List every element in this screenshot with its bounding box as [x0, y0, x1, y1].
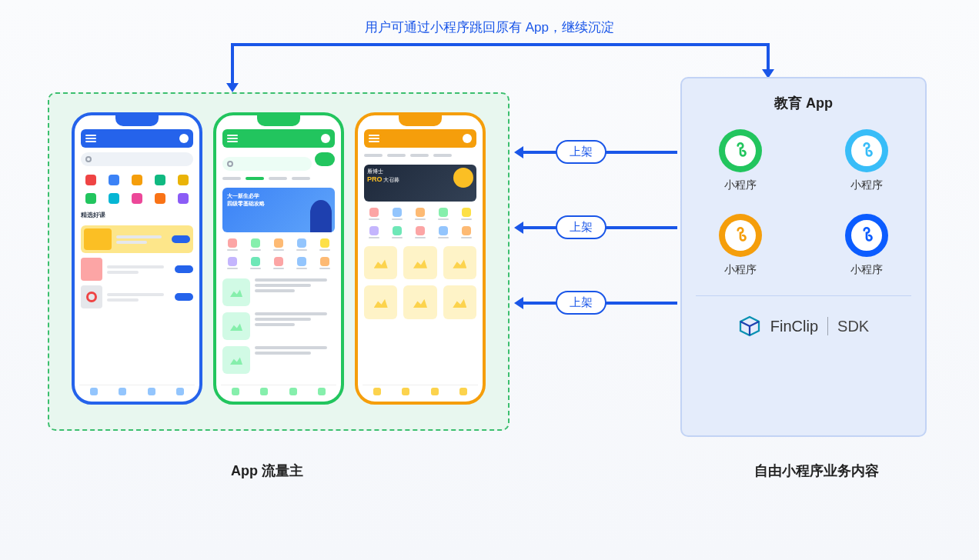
phone-mockup-green: 大一新生必学 四级零基础攻略: [213, 112, 344, 405]
section-title: 精选好课: [81, 211, 193, 219]
top-arrow-left-down: [231, 43, 234, 86]
content-list-item: [222, 278, 335, 306]
publish-badge-1: 上架: [556, 140, 606, 164]
search-button: [315, 152, 335, 166]
list-item: [81, 285, 193, 308]
content-list-item: [222, 312, 335, 340]
tabs-row: [364, 151, 476, 160]
left-panel-app-traffic: 精选好课 大一新生必学 四级零基础: [48, 92, 510, 431]
search-icon: [85, 156, 92, 162]
right-panel-education-app: 教育 App 小程序 小程序 小程序: [680, 77, 927, 437]
mini-program-grid: 小程序 小程序 小程序 小程序: [696, 129, 911, 277]
list-item: [81, 258, 193, 281]
hero-banner: 雁博士 PRO 大召募: [364, 165, 476, 202]
tab-bar: [79, 385, 195, 397]
avatar-icon: [463, 134, 472, 143]
publish-badge-2: 上架: [556, 215, 606, 239]
mini-program-item: 小程序: [719, 214, 762, 277]
search-icon: [227, 161, 233, 167]
category-icons: [364, 206, 476, 240]
separator: [827, 317, 828, 335]
menu-icon: [369, 135, 379, 142]
avatar-icon: [321, 134, 330, 143]
top-flow-text: 用户可通过小程序跳回原有 App，继续沉淀: [365, 18, 614, 36]
mini-program-label: 小程序: [724, 178, 757, 192]
top-arrow-right-down: [767, 43, 770, 72]
left-panel-label: App 流量主: [231, 462, 303, 480]
mini-program-item: 小程序: [845, 214, 888, 277]
hero-banner: 大一新生必学 四级零基础攻略: [222, 188, 335, 232]
mini-program-icon: [845, 129, 888, 172]
finclip-sdk-logo: FinClip SDK: [696, 315, 911, 338]
sdk-text: SDK: [837, 318, 869, 335]
finclip-logo-icon: [738, 315, 761, 338]
arrowhead-left: [226, 83, 239, 92]
menu-icon: [85, 135, 96, 142]
phone-mockup-orange: 雁博士 PRO 大召募: [355, 112, 486, 405]
avatar-icon: [179, 134, 189, 143]
menu-icon: [227, 135, 238, 142]
feature-card: [81, 225, 193, 253]
category-icons: [222, 237, 335, 271]
mini-program-item: 小程序: [719, 129, 762, 192]
mini-program-icon: [719, 129, 762, 172]
publish-badge-3: 上架: [556, 291, 606, 315]
search-bar: [222, 157, 312, 171]
phone-mockup-blue: 精选好课: [72, 112, 202, 405]
mini-program-label: 小程序: [724, 263, 757, 277]
content-grid: [364, 246, 476, 319]
right-panel-title: 教育 App: [696, 94, 911, 112]
divider: [696, 295, 911, 296]
mini-program-item: 小程序: [845, 129, 888, 192]
mini-program-label: 小程序: [850, 178, 883, 192]
mini-program-label: 小程序: [850, 263, 883, 277]
tabs-row: [222, 174, 335, 183]
content-list-item: [222, 346, 335, 374]
search-bar: [81, 152, 193, 166]
top-arrow-horizontal: [231, 43, 770, 46]
right-panel-label: 自由小程序业务内容: [754, 462, 879, 480]
finclip-brand-text: FinClip: [770, 318, 818, 335]
tab-bar: [363, 385, 478, 397]
tab-bar: [221, 385, 336, 397]
mini-program-icon: [845, 214, 888, 257]
mini-program-icon: [719, 214, 762, 257]
nav-icon-grid: [81, 172, 193, 206]
